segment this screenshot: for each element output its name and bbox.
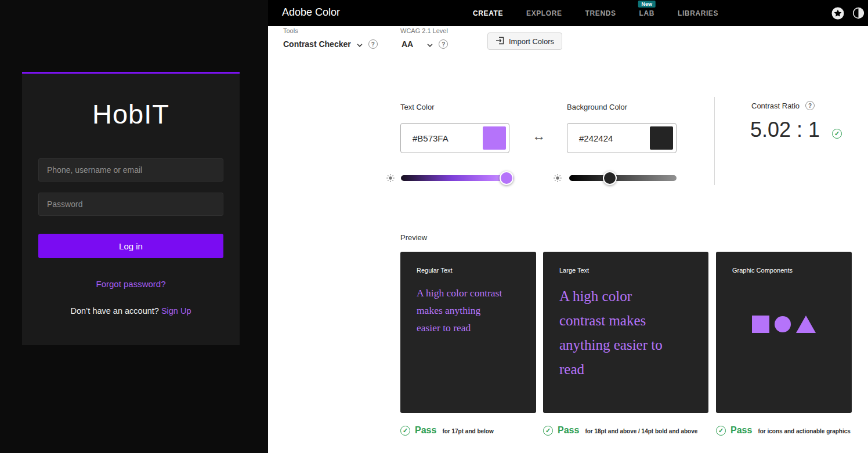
import-colors-label: Import Colors bbox=[509, 37, 554, 46]
pass-check-icon: ✓ bbox=[716, 426, 726, 436]
contrast-ratio-header: Contrast Ratio ? bbox=[751, 101, 815, 110]
nav-trends[interactable]: TRENDS bbox=[585, 9, 616, 17]
ratio-pass-check-icon: ✓ bbox=[832, 129, 842, 139]
pass-result: Pass bbox=[558, 425, 579, 436]
text-color-brightness-slider[interactable] bbox=[401, 175, 514, 181]
vertical-divider bbox=[714, 97, 715, 185]
graphic-shapes bbox=[732, 316, 836, 333]
pass-note: for 18pt and above / 14pt bold and above bbox=[585, 426, 697, 434]
chevron-down-icon bbox=[357, 39, 363, 49]
import-colors-button[interactable]: Import Colors bbox=[487, 32, 562, 50]
pass-row-graphics: ✓ Pass for icons and actionable graphics bbox=[716, 425, 851, 436]
text-color-slider-handle[interactable] bbox=[500, 171, 513, 185]
brand-title[interactable]: Adobe Color bbox=[282, 6, 340, 19]
main-nav: CREATE EXPLORE TRENDS New LAB LIBRARIES bbox=[473, 0, 718, 26]
background-color-swatch[interactable] bbox=[650, 126, 673, 150]
brightness-sun-icon bbox=[554, 174, 562, 182]
pass-check-icon: ✓ bbox=[400, 426, 410, 436]
forgot-password-link[interactable]: Forgot password? bbox=[22, 279, 240, 289]
preview-card-regular-text: Regular Text A high color contrast makes… bbox=[400, 252, 536, 413]
pass-note: for 17pt and below bbox=[442, 426, 493, 434]
card-title: Regular Text bbox=[417, 267, 520, 274]
background-color-hex[interactable]: #242424 bbox=[567, 133, 650, 143]
nav-lab[interactable]: New LAB bbox=[639, 9, 654, 17]
tool-select-value: Contrast Checker bbox=[283, 39, 351, 49]
navbar-icons bbox=[831, 0, 865, 26]
password-input[interactable] bbox=[38, 193, 223, 216]
import-icon bbox=[496, 37, 504, 46]
swap-colors-icon[interactable]: ↔ bbox=[532, 128, 545, 144]
nav-create[interactable]: CREATE bbox=[473, 9, 503, 17]
card-title: Graphic Components bbox=[732, 267, 836, 274]
wcag-select[interactable]: AA ? bbox=[402, 39, 448, 49]
square-shape-icon bbox=[752, 316, 769, 333]
background-color-field[interactable]: #242424 bbox=[567, 123, 677, 153]
nav-lab-label: LAB bbox=[639, 9, 654, 17]
wcag-select-value: AA bbox=[402, 39, 413, 49]
text-color-swatch[interactable] bbox=[483, 126, 506, 150]
signup-prompt: Don’t have an account? bbox=[71, 306, 161, 316]
circle-shape-icon bbox=[775, 316, 791, 332]
text-color-label: Text Color bbox=[400, 103, 435, 111]
login-button[interactable]: Log in bbox=[38, 234, 223, 258]
text-color-hex[interactable]: #B573FA bbox=[401, 133, 483, 143]
nav-explore[interactable]: EXPLORE bbox=[526, 9, 562, 17]
pass-result: Pass bbox=[730, 425, 752, 436]
preview-card-large-text: Large Text A high color contrast makes a… bbox=[543, 252, 708, 413]
contrast-theme-icon[interactable] bbox=[852, 7, 865, 20]
pass-row-regular-text: ✓ Pass for 17pt and below bbox=[400, 425, 494, 436]
nav-libraries[interactable]: LIBRARIES bbox=[678, 9, 718, 17]
triangle-shape-icon bbox=[796, 316, 816, 333]
contrast-ratio-value: 5.02 : 1 bbox=[750, 118, 820, 142]
sample-text: A high color contrast makes anything eas… bbox=[417, 284, 505, 336]
pass-note: for icons and actionable graphics bbox=[758, 426, 850, 434]
card-title: Large Text bbox=[559, 267, 692, 274]
tools-label: Tools bbox=[283, 27, 298, 34]
wcag-label: WCAG 2.1 Level bbox=[400, 27, 448, 34]
contrast-ratio-help-icon[interactable]: ? bbox=[805, 101, 815, 110]
contrast-ratio-label: Contrast Ratio bbox=[751, 102, 800, 110]
app-logo: HobIT bbox=[22, 98, 240, 130]
text-color-field[interactable]: #B573FA bbox=[400, 123, 509, 153]
star-badge-icon[interactable] bbox=[831, 7, 844, 20]
pass-row-large-text: ✓ Pass for 18pt and above / 14pt bold an… bbox=[543, 425, 697, 436]
brightness-sun-icon bbox=[386, 174, 395, 182]
tool-help-icon[interactable]: ? bbox=[368, 39, 378, 49]
top-navbar: Adobe Color CREATE EXPLORE TRENDS New LA… bbox=[268, 0, 868, 26]
pass-result: Pass bbox=[415, 425, 436, 436]
preview-card-graphic-components: Graphic Components bbox=[716, 252, 852, 413]
username-input[interactable] bbox=[38, 158, 223, 182]
sample-text: A high color contrast makes anything eas… bbox=[559, 284, 675, 382]
wcag-help-icon[interactable]: ? bbox=[439, 39, 448, 49]
login-preview-panel: HobIT Log in Forgot password? Don’t have… bbox=[0, 0, 268, 453]
background-slider-handle[interactable] bbox=[603, 171, 617, 185]
chevron-down-icon bbox=[427, 39, 433, 49]
pass-check-icon: ✓ bbox=[543, 426, 553, 436]
tool-select[interactable]: Contrast Checker ? bbox=[283, 39, 378, 49]
signup-link[interactable]: Sign Up bbox=[161, 306, 191, 316]
login-card: HobIT Log in Forgot password? Don’t have… bbox=[22, 72, 240, 345]
signup-line: Don’t have an account? Sign Up bbox=[22, 306, 240, 316]
background-brightness-slider[interactable] bbox=[569, 175, 677, 181]
new-badge: New bbox=[638, 1, 656, 8]
adobe-color-app: Adobe Color CREATE EXPLORE TRENDS New LA… bbox=[268, 0, 868, 453]
screen: HobIT Log in Forgot password? Don’t have… bbox=[0, 0, 868, 453]
background-color-label: Background Color bbox=[567, 103, 627, 111]
preview-label: Preview bbox=[400, 233, 427, 242]
